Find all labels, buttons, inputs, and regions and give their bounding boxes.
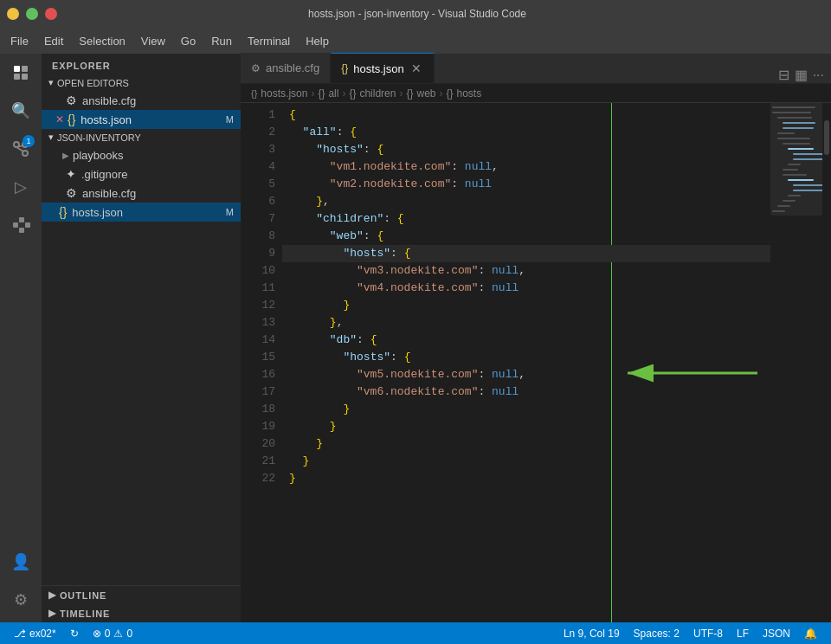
tree-ansible[interactable]: ⚙ ansible.cfg [42, 184, 241, 203]
code-line-18: } [282, 401, 770, 418]
file-icon-gitignore: ✦ [66, 167, 76, 181]
svg-line-7 [16, 147, 23, 151]
minimize-button[interactable] [7, 8, 19, 20]
code-line-19: } [282, 418, 770, 435]
activity-account[interactable]: 👤 [5, 546, 36, 577]
tabbar-actions: ⊟ ▦ ··· [771, 67, 831, 83]
split-editor-icon[interactable]: ⊟ [778, 67, 789, 83]
minimap [770, 103, 822, 622]
chevron-down-icon: ▾ [48, 77, 54, 88]
more-actions-icon[interactable]: ··· [813, 68, 824, 83]
code-line-20: } [282, 435, 770, 453]
status-spaces[interactable]: Spaces: 2 [627, 628, 686, 640]
menu-view[interactable]: View [134, 31, 172, 51]
activity-explorer[interactable] [5, 57, 36, 88]
status-position[interactable]: Ln 9, Col 19 [557, 628, 627, 640]
code-line-13: }, [282, 314, 770, 332]
vertical-scrollbar[interactable] [822, 103, 831, 622]
code-content[interactable]: { "all": { "hosts": { "vm1.nodekite.com"… [282, 103, 770, 622]
status-errors[interactable]: ⊗ 0 ⚠ 0 [86, 622, 139, 644]
menu-go[interactable]: Go [174, 31, 203, 51]
maximize-button[interactable] [26, 8, 38, 20]
menu-help[interactable]: Help [299, 31, 336, 51]
activity-extensions[interactable] [5, 209, 36, 241]
tab-hosts[interactable]: {} hosts.json ✕ [331, 53, 435, 83]
activity-search[interactable]: 🔍 [5, 95, 36, 126]
status-encoding[interactable]: UTF-8 [686, 628, 730, 640]
titlebar: hosts.json - json-inventory - Visual Stu… [0, 0, 831, 28]
code-line-3: "hosts": { [282, 141, 770, 158]
window-title: hosts.json - json-inventory - Visual Stu… [57, 8, 777, 20]
folder-arrow-icon: ▶ [62, 151, 69, 160]
svg-rect-0 [14, 66, 20, 72]
code-line-8: "web": { [282, 228, 770, 245]
scrollbar-thumb[interactable] [824, 120, 829, 155]
svg-rect-12 [25, 222, 30, 228]
open-editors-group[interactable]: ▾ OPEN EDITORS [42, 74, 241, 91]
code-editor[interactable]: 12345 678910 1112131415 1617181920 2122 … [241, 103, 831, 622]
sidebar: EXPLORER ▾ OPEN EDITORS ⚙ ansible.cfg ✕ … [42, 54, 241, 622]
svg-rect-10 [19, 217, 24, 222]
bell-icon: 🔔 [804, 628, 817, 640]
menu-terminal[interactable]: Terminal [241, 31, 297, 51]
main-layout: 🔍 1 ▷ 👤 ⚙ EXPL [0, 54, 831, 622]
tree-hosts[interactable]: {} hosts.json M [42, 203, 241, 222]
tree-playbooks[interactable]: ▶ playbooks [42, 145, 241, 164]
layout-icon[interactable]: ▦ [795, 67, 808, 83]
minimap-svg [770, 103, 822, 484]
code-line-12: } [282, 297, 770, 314]
open-editor-hosts[interactable]: ✕ {} hosts.json M [42, 110, 241, 129]
status-sync[interactable]: ↻ [63, 622, 86, 644]
code-line-5: "vm2.nodekite.com": null [282, 176, 770, 193]
activity-run[interactable]: ▷ [5, 171, 36, 203]
tab-close-hosts[interactable]: ✕ [409, 61, 423, 75]
tree-gitignore[interactable]: ✦ .gitignore [42, 164, 241, 184]
modified-badge-tree: M [226, 207, 234, 217]
file-icon-hosts-open: {} [68, 113, 75, 126]
outline-section[interactable]: ▶ OUTLINE [42, 586, 241, 604]
code-line-9: "hosts": { [282, 245, 770, 262]
chevron-right-icon: ▶ [48, 589, 56, 601]
code-line-15: "hosts": { [282, 349, 770, 366]
line-numbers: 12345 678910 1112131415 1617181920 2122 [241, 103, 282, 622]
code-line-2: "all": { [282, 124, 770, 141]
menubar: File Edit Selection View Go Run Terminal… [0, 28, 831, 54]
close-button[interactable] [45, 8, 57, 20]
chevron-right-icon-timeline: ▶ [48, 608, 56, 619]
editor-area: ⚙ ansible.cfg {} hosts.json ✕ ⊟ ▦ ··· {}… [241, 54, 831, 622]
chevron-down-icon-project: ▾ [48, 132, 54, 143]
menu-selection[interactable]: Selection [72, 31, 132, 51]
file-icon-hosts-tree: {} [59, 205, 67, 219]
code-line-14: "db": { [282, 332, 770, 349]
code-line-10: "vm3.nodekite.com": null, [282, 262, 770, 280]
menu-edit[interactable]: Edit [37, 31, 70, 51]
status-language[interactable]: JSON [756, 628, 797, 640]
svg-rect-9 [13, 222, 18, 228]
timeline-section[interactable]: ▶ TIMELINE [42, 604, 241, 622]
code-line-4: "vm1.nodekite.com": null, [282, 158, 770, 176]
warning-icon: ⚠ [113, 628, 123, 640]
menu-file[interactable]: File [3, 31, 35, 51]
svg-rect-3 [22, 74, 28, 80]
breadcrumb: {} hosts.json › {} all › {} children › {… [241, 84, 831, 103]
code-line-22: } [282, 470, 770, 487]
tabbar: ⚙ ansible.cfg {} hosts.json ✕ ⊟ ▦ ··· [241, 54, 831, 84]
code-line-17: "vm6.nodekite.com": null [282, 383, 770, 401]
svg-rect-2 [14, 74, 20, 80]
tab-icon-hosts: {} [341, 62, 348, 74]
activity-source-control[interactable]: 1 [5, 133, 36, 164]
status-notifications[interactable]: 🔔 [797, 628, 824, 640]
branch-icon: ⎇ [14, 628, 26, 640]
code-line-6: }, [282, 193, 770, 210]
tab-ansible[interactable]: ⚙ ansible.cfg [241, 53, 331, 83]
status-branch[interactable]: ⎇ ex02* [7, 622, 63, 644]
code-line-7: "children": { [282, 210, 770, 228]
file-icon-ansible-tree: ⚙ [66, 186, 77, 200]
activity-settings[interactable]: ⚙ [5, 584, 36, 615]
error-icon: ⊗ [93, 628, 101, 640]
status-line-ending[interactable]: LF [730, 628, 756, 640]
menu-run[interactable]: Run [204, 31, 239, 51]
project-group[interactable]: ▾ JSON-INVENTORY [42, 129, 241, 145]
open-editor-ansible[interactable]: ⚙ ansible.cfg [42, 91, 241, 110]
sidebar-footer: ▶ OUTLINE ▶ TIMELINE [42, 585, 241, 622]
